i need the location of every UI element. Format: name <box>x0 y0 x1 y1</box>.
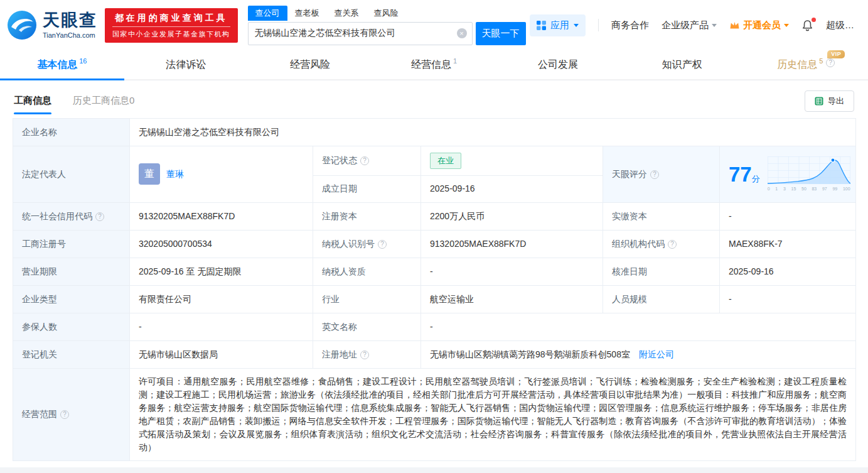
row-company-name: 企业名称 无锡锡山空港之芯低空科技有限公司 <box>13 119 856 146</box>
field-value-reg-authority: 无锡市锡山区数据局 <box>130 340 313 368</box>
field-label-reg-capital: 注册资本 <box>313 202 421 230</box>
subtab-history-business-info[interactable]: 历史工商信息0 <box>73 95 134 114</box>
export-label: 导出 <box>828 95 844 107</box>
field-label-establish-date: 成立日期 <box>313 175 421 202</box>
field-label-english-name: 英文名称 <box>313 313 421 340</box>
row-legal-rep: 法定代表人 董 董琳 登记状态 在业 天眼评分 77分 <box>13 146 856 176</box>
field-value-company-name: 无锡锡山空港之芯低空科技有限公司 <box>130 119 856 146</box>
score-axis-ticks: 0131550839799100 <box>768 186 850 193</box>
apps-menu[interactable]: 应用 <box>530 14 586 36</box>
field-label-legal-rep: 法定代表人 <box>13 146 130 203</box>
logo-subtitle: TianYanCha.com <box>43 31 97 39</box>
field-label-company-name: 企业名称 <box>13 119 130 146</box>
search-tab-relation[interactable]: 查关系 <box>327 6 367 21</box>
help-icon[interactable] <box>60 410 69 419</box>
field-value-credit-code: 91320205MAEX88FK7D <box>130 202 313 230</box>
chevron-down-icon <box>574 24 579 27</box>
help-icon[interactable] <box>668 240 677 249</box>
field-value-establish-date: 2025-09-16 <box>421 175 603 202</box>
tab-intellectual-property[interactable]: 知识产权 <box>620 50 744 80</box>
field-value-approval-date: 2025-09-16 <box>720 258 856 285</box>
header-nav: 应用 商务合作 企业级产品 开通会员 超级… <box>530 14 854 36</box>
tab-count: 1 <box>453 57 457 65</box>
field-label-reg-authority: 登记机关 <box>13 340 130 368</box>
logo-title: 天眼查 <box>43 11 97 30</box>
field-value-company-type: 有限责任公司 <box>130 285 313 313</box>
legal-rep-link[interactable]: 董琳 <box>166 168 184 181</box>
tab-count: 16 <box>79 57 87 65</box>
score-distribution-chart: 0131550839799100 <box>768 156 850 193</box>
row-business-scope: 经营范围 许可项目：通用航空服务；民用航空器维修；食品销售；建设工程设计；民用航… <box>13 368 856 460</box>
crown-icon <box>729 21 740 30</box>
legal-rep-avatar[interactable]: 董 <box>139 163 160 185</box>
tab-company-development[interactable]: 公司发展 <box>496 50 620 80</box>
field-value-reg-status: 在业 <box>421 146 603 176</box>
field-value-english-name: - <box>421 313 856 340</box>
nearby-companies-link[interactable]: 附近公司 <box>639 349 674 359</box>
nav-super-vip[interactable]: 超级… <box>826 19 854 31</box>
field-value-legal-rep: 董 董琳 <box>130 146 313 203</box>
row-business-term: 营业期限 2025-09-16 至 无固定期限 纳税人资质 - 核准日期 202… <box>13 258 856 285</box>
nav-enterprise-products[interactable]: 企业级产品 <box>662 19 717 31</box>
field-label-approval-date: 核准日期 <box>603 258 720 285</box>
tab-history-info[interactable]: VIP 历史信息5 <box>744 50 868 80</box>
help-icon[interactable] <box>360 351 369 359</box>
search-area: 查公司 查老板 查关系 查风险 天眼一下 <box>248 6 526 45</box>
search-type-tabs: 查公司 查老板 查关系 查风险 <box>248 6 526 21</box>
field-label-staff-size: 人员规模 <box>603 285 720 313</box>
nav-business-cooperation[interactable]: 商务合作 <box>611 19 649 31</box>
tab-operating-risk[interactable]: 经营风险 <box>248 50 372 80</box>
field-value-reg-number: 320205000700534 <box>130 230 313 258</box>
excel-icon <box>815 97 823 106</box>
search-tab-boss[interactable]: 查老板 <box>287 6 327 21</box>
field-label-company-type: 企业类型 <box>13 285 130 313</box>
field-label-industry: 行业 <box>313 285 421 313</box>
clear-search-icon[interactable] <box>457 28 467 38</box>
status-badge: 在业 <box>430 153 461 169</box>
field-label-taxpayer-id: 纳税人识别号 <box>313 230 421 258</box>
field-label-reg-address: 注册地址 <box>313 340 421 368</box>
field-label-business-scope: 经营范围 <box>13 368 130 460</box>
field-value-tyc-score[interactable]: 77分 <box>720 146 856 203</box>
field-label-credit-code: 统一社会信用代码 <box>13 202 130 230</box>
notifications-bell[interactable] <box>801 19 813 31</box>
tab-count: 5 <box>819 57 823 65</box>
field-value-business-scope: 许可项目：通用航空服务；民用航空器维修；食品销售；建设工程设计；民用航空器驾驶员… <box>130 368 856 460</box>
field-label-business-term: 营业期限 <box>13 258 130 285</box>
nav-open-vip[interactable]: 开通会员 <box>729 19 789 31</box>
business-info-table: 企业名称 无锡锡山空港之芯低空科技有限公司 法定代表人 董 董琳 登记状态 在业… <box>13 118 856 461</box>
score-value: 77分 <box>729 164 760 185</box>
tianyancha-logo[interactable]: 天眼查 TianYanCha.com <box>6 9 97 41</box>
search-tab-company[interactable]: 查公司 <box>248 6 287 21</box>
field-value-paid-capital: - <box>720 202 856 230</box>
brand-slogan-badge: 都在用的商业查询工具 国家中小企业发展子基金旗下机构 <box>105 8 238 43</box>
subtab-business-info[interactable]: 工商信息 <box>14 95 51 114</box>
field-label-reg-status: 登记状态 <box>313 146 421 176</box>
export-button[interactable]: 导出 <box>805 90 854 112</box>
help-icon[interactable] <box>360 156 369 165</box>
page-bottom-strip <box>0 467 868 473</box>
section-tabs: 基本信息16 法律诉讼 经营风险 经营信息1 公司发展 知识产权 VIP 历史信… <box>0 50 868 80</box>
row-reg-number: 工商注册号 320205000700534 纳税人识别号 91320205MAE… <box>13 230 856 258</box>
vip-badge: VIP <box>827 50 845 58</box>
apps-label: 应用 <box>550 19 569 31</box>
help-icon[interactable] <box>95 212 104 221</box>
tab-basic-info[interactable]: 基本信息16 <box>0 50 124 80</box>
search-button[interactable]: 天眼一下 <box>476 22 526 45</box>
notification-dot <box>812 18 816 22</box>
tab-operating-info[interactable]: 经营信息1 <box>372 50 496 80</box>
row-reg-authority: 登记机关 无锡市锡山区数据局 注册地址 无锡市锡山区鹅湖镇蔼芳路98号鹅湖新质科… <box>13 340 856 368</box>
subtab-bar: 工商信息 历史工商信息0 导出 <box>0 80 868 117</box>
chevron-down-icon <box>784 24 789 27</box>
field-label-paid-capital: 实缴资本 <box>603 202 720 230</box>
search-tab-risk[interactable]: 查风险 <box>367 6 406 21</box>
tab-legal-proceedings[interactable]: 法律诉讼 <box>124 50 249 80</box>
chevron-down-icon <box>712 24 717 27</box>
field-value-taxpayer-id: 91320205MAEX88FK7D <box>421 230 603 258</box>
search-input[interactable] <box>248 22 473 45</box>
slogan-line2: 国家中小企业发展子基金旗下机构 <box>112 27 230 39</box>
logo-icon <box>6 9 38 41</box>
help-icon[interactable] <box>650 170 659 179</box>
help-icon[interactable] <box>826 58 835 67</box>
help-icon[interactable] <box>378 240 387 249</box>
